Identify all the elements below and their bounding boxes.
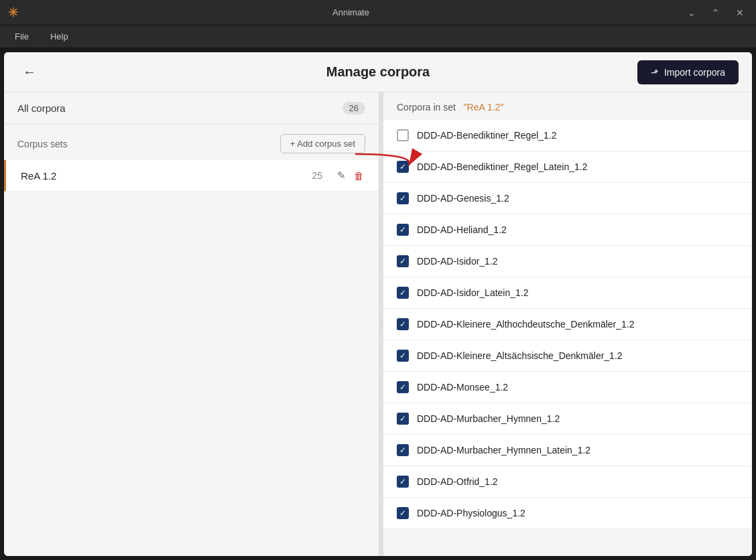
menu-help[interactable]: Help bbox=[46, 29, 72, 44]
corpora-list-item[interactable]: ✓ DDD-AD-Murbacher_Hymnen_Latein_1.2 bbox=[383, 435, 752, 466]
body-layout: All corpora 26 Corpus sets + Add corpus … bbox=[4, 92, 752, 556]
right-panel: Corpora in set "ReA 1.2" DDD-AD-Benedikt… bbox=[383, 92, 752, 556]
left-panel: All corpora 26 Corpus sets + Add corpus … bbox=[4, 92, 379, 556]
menu-file[interactable]: File bbox=[11, 29, 33, 44]
titlebar: ✳ Annimate ⌄ ⌃ ✕ bbox=[0, 0, 756, 25]
import-label: Import corpora bbox=[664, 67, 725, 78]
corpus-name: DDD-AD-Monsee_1.2 bbox=[417, 382, 508, 393]
topbar: ← Manage corpora ⬏ Import corpora bbox=[4, 52, 752, 92]
corpus-checkbox[interactable]: ✓ bbox=[397, 413, 409, 425]
corpora-list-item[interactable]: ✓ DDD-AD-Monsee_1.2 bbox=[383, 372, 752, 403]
all-corpora-count: 26 bbox=[342, 102, 365, 115]
corpus-checkbox[interactable]: ✓ bbox=[397, 255, 409, 267]
corpus-sets-header: Corpus sets + Add corpus set bbox=[4, 125, 379, 160]
corpus-name: DDD-AD-Heliand_1.2 bbox=[417, 224, 507, 235]
corpus-name: DDD-AD-Isidor_1.2 bbox=[417, 256, 498, 267]
maximize-button[interactable]: ⌃ bbox=[708, 6, 724, 19]
main-window: ← Manage corpora ⬏ Import corpora All co… bbox=[4, 52, 752, 556]
corpus-set-count: 25 bbox=[312, 170, 322, 181]
corpus-checkbox[interactable]: ✓ bbox=[397, 287, 409, 299]
corpora-list-item[interactable]: DDD-AD-Benediktiner_Regel_1.2 bbox=[383, 120, 752, 151]
corpus-set-name: ReA 1.2 bbox=[17, 170, 312, 182]
corpora-list-item[interactable]: ✓ DDD-AD-Benediktiner_Regel_Latein_1.2 bbox=[383, 151, 752, 183]
corpus-name: DDD-AD-Isidor_Latein_1.2 bbox=[417, 287, 529, 298]
corpus-checkbox[interactable]: ✓ bbox=[397, 161, 409, 173]
corpora-list-item[interactable]: ✓ DDD-AD-Isidor_1.2 bbox=[383, 246, 752, 277]
corpus-name: DDD-AD-Kleinere_Altsächsische_Denkmäler_… bbox=[417, 350, 623, 361]
page-title: Manage corpora bbox=[326, 64, 430, 80]
all-corpora-label: All corpora bbox=[17, 102, 66, 114]
corpus-checkbox[interactable]: ✓ bbox=[397, 381, 409, 393]
corpus-checkbox[interactable]: ✓ bbox=[397, 507, 409, 519]
edit-corpus-set-button[interactable]: ✎ bbox=[333, 167, 350, 184]
corpora-list-item[interactable]: ✓ DDD-AD-Kleinere_Althochdeutsche_Denkmä… bbox=[383, 309, 752, 340]
add-corpus-set-button[interactable]: + Add corpus set bbox=[280, 134, 365, 153]
app-logo: ✳ bbox=[8, 5, 18, 20]
menubar: File Help bbox=[0, 25, 756, 48]
corpora-list-item[interactable]: ✓ DDD-AD-Otfrid_1.2 bbox=[383, 466, 752, 498]
corpora-header-prefix: Corpora in set bbox=[397, 102, 456, 113]
corpora-list-item[interactable]: ✓ DDD-AD-Genesis_1.2 bbox=[383, 183, 752, 214]
corpus-checkbox[interactable]: ✓ bbox=[397, 192, 409, 204]
left-panel-empty-area bbox=[4, 192, 379, 556]
corpora-list-item[interactable]: ✓ DDD-AD-Isidor_Latein_1.2 bbox=[383, 277, 752, 309]
corpus-name: DDD-AD-Genesis_1.2 bbox=[417, 193, 509, 204]
delete-corpus-set-button[interactable]: 🗑 bbox=[350, 167, 368, 184]
corpora-set-header: Corpora in set "ReA 1.2" bbox=[383, 92, 752, 120]
import-corpora-button[interactable]: ⬏ Import corpora bbox=[637, 60, 739, 84]
corpus-checkbox[interactable]: ✓ bbox=[397, 476, 409, 488]
corpora-list-item[interactable]: ✓ DDD-AD-Physiologus_1.2 bbox=[383, 498, 752, 529]
corpus-sets-label: Corpus sets bbox=[17, 139, 68, 149]
corpus-name: DDD-AD-Otfrid_1.2 bbox=[417, 476, 498, 487]
corpus-checkbox[interactable]: ✓ bbox=[397, 444, 409, 456]
corpora-list-item[interactable]: ✓ DDD-AD-Heliand_1.2 bbox=[383, 214, 752, 246]
window-controls: ⌄ ⌃ ✕ bbox=[684, 6, 748, 19]
corpus-name: DDD-AD-Benediktiner_Regel_1.2 bbox=[417, 130, 557, 141]
corpora-list: DDD-AD-Benediktiner_Regel_1.2 ✓ DDD-AD-B… bbox=[383, 120, 752, 556]
corpora-list-item[interactable]: ✓ DDD-AD-Murbacher_Hymnen_1.2 bbox=[383, 403, 752, 435]
corpus-checkbox[interactable]: ✓ bbox=[397, 318, 409, 330]
all-corpora-row[interactable]: All corpora 26 bbox=[4, 92, 379, 125]
corpus-name: DDD-AD-Physiologus_1.2 bbox=[417, 508, 525, 518]
import-icon: ⬏ bbox=[651, 67, 659, 78]
corpus-name: DDD-AD-Murbacher_Hymnen_1.2 bbox=[417, 413, 560, 424]
corpus-set-item[interactable]: ReA 1.2 25 ✎ 🗑 bbox=[4, 160, 379, 192]
close-button[interactable]: ✕ bbox=[732, 6, 748, 19]
back-button[interactable]: ← bbox=[17, 62, 42, 82]
corpus-name: DDD-AD-Benediktiner_Regel_Latein_1.2 bbox=[417, 161, 587, 172]
corpora-set-name: "ReA 1.2" bbox=[464, 102, 504, 113]
minimize-button[interactable]: ⌄ bbox=[684, 6, 700, 19]
app-title: Annimate bbox=[332, 7, 369, 17]
corpus-checkbox[interactable]: ✓ bbox=[397, 224, 409, 236]
corpus-name: DDD-AD-Kleinere_Althochdeutsche_Denkmäle… bbox=[417, 319, 635, 330]
corpus-checkbox[interactable]: ✓ bbox=[397, 350, 409, 362]
corpus-name: DDD-AD-Murbacher_Hymnen_Latein_1.2 bbox=[417, 445, 590, 456]
corpora-list-item[interactable]: ✓ DDD-AD-Kleinere_Altsächsische_Denkmäle… bbox=[383, 340, 752, 372]
corpus-checkbox[interactable] bbox=[397, 129, 409, 141]
